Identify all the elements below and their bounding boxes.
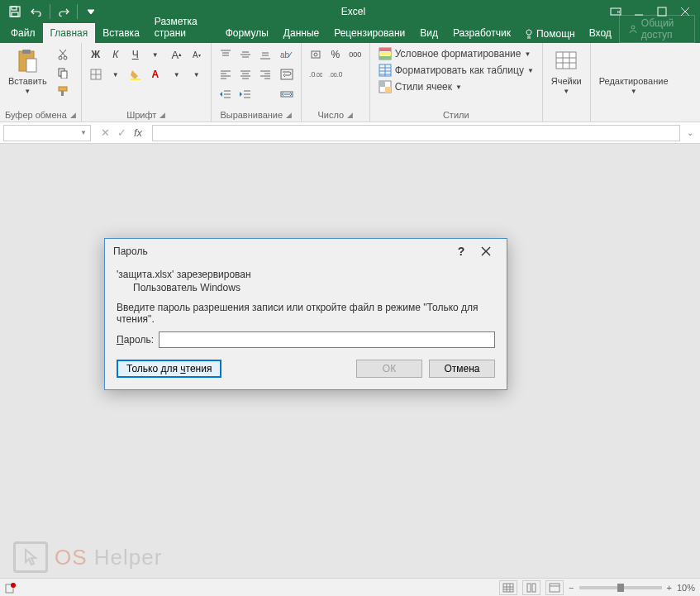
orientation-icon[interactable]: ab: [278, 46, 296, 63]
zoom-level[interactable]: 10%: [677, 583, 695, 593]
svg-point-11: [631, 26, 635, 29]
cut-icon[interactable]: [54, 46, 72, 63]
normal-view-icon[interactable]: [499, 580, 517, 595]
conditional-formatting-button[interactable]: Условное форматирование ▼: [375, 46, 537, 61]
insert-function-button[interactable]: fx: [131, 126, 145, 139]
copy-icon[interactable]: [54, 64, 72, 81]
tab-home[interactable]: Главная: [43, 23, 96, 43]
borders-icon[interactable]: [87, 66, 105, 83]
undo-icon[interactable]: [26, 2, 46, 21]
align-middle-icon[interactable]: [236, 46, 255, 63]
password-dialog: Пароль ? 'защита.xlsx' зарезервирован По…: [104, 238, 507, 390]
tab-data[interactable]: Данные: [276, 23, 326, 43]
tell-me[interactable]: Помощн: [518, 25, 582, 43]
cancel-formula-icon[interactable]: ✕: [98, 126, 112, 139]
ok-button[interactable]: ОК: [356, 360, 422, 378]
page-layout-view-icon[interactable]: [522, 580, 540, 595]
svg-rect-75: [556, 52, 576, 69]
wrap-text-icon[interactable]: [278, 66, 296, 83]
cancel-button[interactable]: Отмена: [429, 360, 495, 378]
chevron-down-icon[interactable]: ▼: [168, 66, 186, 83]
svg-point-58: [314, 53, 317, 56]
svg-rect-1: [12, 7, 17, 10]
zoom-in-icon[interactable]: +: [667, 583, 672, 593]
chevron-down-icon: ▼: [563, 88, 569, 95]
watermark: OS Helper: [13, 541, 162, 573]
decrease-font-icon[interactable]: A▾: [188, 46, 206, 63]
align-right-icon[interactable]: [256, 66, 274, 83]
dialog-title: Пароль: [113, 246, 148, 257]
chevron-down-icon[interactable]: ▼: [188, 66, 206, 83]
editing-icon: [621, 48, 647, 74]
dialog-reserved-text: 'защита.xlsx' зарезервирован: [117, 269, 495, 280]
merge-icon[interactable]: [278, 86, 296, 103]
format-as-table-button[interactable]: Форматировать как таблицу ▼: [375, 63, 537, 78]
chevron-down-icon: ▼: [527, 67, 534, 74]
editing-label: Редактирование: [599, 76, 669, 86]
increase-decimal-icon[interactable]: .0.00: [307, 66, 325, 83]
format-painter-icon[interactable]: [54, 83, 72, 99]
tab-page-layout[interactable]: Разметка страни: [147, 12, 218, 43]
tab-file[interactable]: Файл: [3, 23, 43, 43]
formula-input[interactable]: [152, 125, 680, 141]
tab-view[interactable]: Вид: [412, 23, 445, 43]
page-break-view-icon[interactable]: [545, 580, 564, 595]
align-center-icon[interactable]: [236, 66, 255, 83]
paste-button[interactable]: Вставить ▼: [5, 46, 50, 97]
tab-developer[interactable]: Разработчик: [445, 23, 518, 43]
tab-formulas[interactable]: Формулы: [218, 23, 276, 43]
svg-rect-22: [61, 91, 64, 96]
cells-button[interactable]: Ячейки ▼: [548, 46, 585, 97]
align-top-icon[interactable]: [217, 46, 235, 63]
name-box[interactable]: ▼: [3, 125, 91, 141]
group-clipboard: Вставить ▼ Буфер обмена◢: [0, 43, 82, 122]
svg-point-15: [59, 56, 62, 60]
zoom-out-icon[interactable]: −: [569, 583, 574, 593]
svg-rect-64: [379, 48, 391, 51]
redo-icon[interactable]: [54, 2, 74, 21]
decrease-decimal-icon[interactable]: .00.0: [326, 66, 345, 83]
sign-in[interactable]: Вход: [582, 23, 619, 43]
tab-insert[interactable]: Вставка: [95, 23, 147, 43]
underline-button[interactable]: Ч: [126, 46, 145, 63]
tell-me-label: Помощн: [536, 28, 575, 40]
align-bottom-icon[interactable]: [256, 46, 274, 63]
tab-review[interactable]: Рецензировани: [326, 23, 412, 43]
svg-point-83: [11, 583, 16, 588]
close-icon[interactable]: [474, 241, 498, 261]
increase-indent-icon[interactable]: [236, 86, 255, 103]
align-left-icon[interactable]: [217, 66, 235, 83]
comma-style-button[interactable]: 000: [346, 46, 364, 63]
increase-font-icon[interactable]: A▴: [168, 46, 186, 63]
font-color-icon[interactable]: A: [146, 66, 164, 83]
help-button[interactable]: ?: [449, 241, 474, 261]
record-macro-icon[interactable]: [5, 582, 17, 594]
fill-color-icon[interactable]: [126, 66, 145, 83]
cell-styles-button[interactable]: Стили ячеек ▼: [375, 79, 537, 94]
svg-rect-13: [22, 50, 31, 54]
chevron-down-icon[interactable]: ▼: [107, 66, 125, 83]
read-only-button[interactable]: Только для чтения: [117, 360, 221, 378]
quick-access-toolbar: [0, 2, 101, 21]
cell-styles-icon: [379, 80, 392, 93]
dialog-launcher-icon[interactable]: ◢: [70, 111, 76, 119]
bold-button[interactable]: Ж: [87, 46, 105, 63]
editing-button[interactable]: Редактирование ▼: [596, 46, 672, 97]
dialog-launcher-icon[interactable]: ◢: [347, 111, 353, 119]
dialog-launcher-icon[interactable]: ◢: [286, 111, 292, 119]
percent-button[interactable]: %: [326, 46, 345, 63]
zoom-slider[interactable]: [579, 586, 662, 589]
dialog-launcher-icon[interactable]: ◢: [160, 111, 165, 119]
chevron-down-icon[interactable]: ▼: [146, 46, 164, 63]
svg-rect-2: [12, 12, 18, 17]
qat-dropdown-icon[interactable]: [81, 2, 101, 21]
expand-formula-bar-icon[interactable]: ⌄: [683, 128, 697, 137]
svg-line-17: [60, 50, 66, 56]
decrease-indent-icon[interactable]: [217, 86, 235, 103]
save-icon[interactable]: [5, 2, 25, 21]
password-input[interactable]: [159, 331, 495, 348]
share-button[interactable]: Общий доступ: [619, 15, 695, 43]
italic-button[interactable]: К: [107, 46, 125, 63]
enter-formula-icon[interactable]: ✓: [114, 126, 129, 139]
currency-icon[interactable]: [307, 46, 325, 63]
